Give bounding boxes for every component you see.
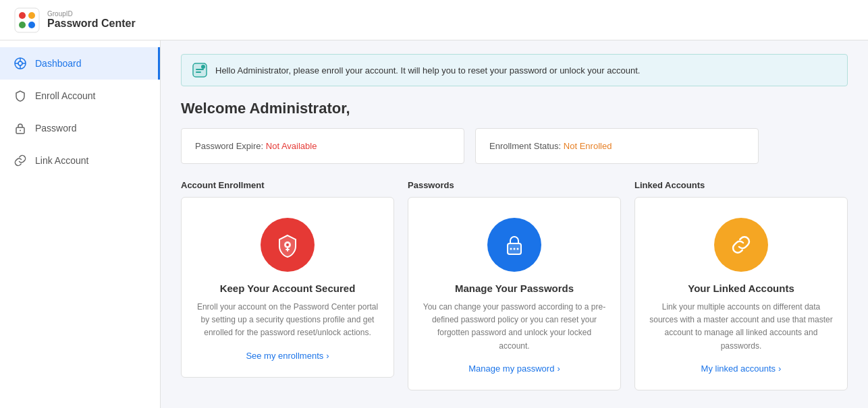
linked-section-header: Linked Accounts — [634, 180, 848, 190]
status-cards: Password Expire: Not Available Enrollmen… — [181, 128, 848, 164]
svg-point-2 — [28, 12, 35, 19]
password-expire-value: Not Available — [266, 141, 317, 151]
enrollment-status-value: Not Enrolled — [564, 141, 612, 151]
enrollment-desc: Enroll your account on the Password Cent… — [195, 301, 380, 340]
svg-point-23 — [510, 248, 512, 250]
logo-text: GroupID Password Center — [47, 10, 136, 30]
svg-rect-16 — [196, 71, 201, 73]
shield-key-icon — [274, 231, 301, 258]
passwords-link[interactable]: Manage my password › — [468, 363, 560, 374]
svg-point-4 — [28, 22, 35, 28]
passwords-section-header: Passwords — [408, 180, 621, 190]
chevron-right-icon-3: › — [778, 363, 781, 374]
logo-brand: GroupID — [47, 10, 136, 18]
passwords-title: Manage Your Passwords — [455, 283, 574, 294]
main-layout: Dashboard Enroll Account Password — [0, 40, 868, 408]
svg-point-24 — [514, 248, 516, 250]
enrollment-title: Keep Your Account Secured — [220, 283, 356, 294]
passwords-feature-card: Manage Your Passwords You can change you… — [408, 197, 621, 390]
sidebar-item-label-link: Link Account — [35, 155, 88, 166]
sidebar-item-label-dashboard: Dashboard — [35, 58, 82, 69]
features-grid: Account Enrollment Keep Your Account Sec… — [181, 180, 848, 390]
logo-name: Password Center — [47, 18, 136, 30]
alert-message: Hello Administrator, please enroll your … — [215, 65, 640, 76]
enrollment-status-label: Enrollment Status: — [489, 141, 561, 151]
alert-icon — [192, 63, 207, 78]
dashboard-icon — [13, 57, 27, 70]
password-expire-label: Password Expire: — [195, 141, 263, 151]
svg-rect-15 — [196, 69, 204, 70]
sidebar-item-password[interactable]: Password — [0, 112, 160, 144]
enrollment-status-card: Enrollment Status: Not Enrolled — [475, 128, 759, 164]
shield-icon — [13, 89, 27, 103]
linked-icon-circle — [714, 218, 768, 272]
passwords-desc: You can change your password according t… — [422, 301, 607, 353]
chevron-right-icon: › — [326, 351, 329, 361]
svg-point-17 — [201, 65, 205, 69]
link-icon — [13, 154, 27, 167]
sidebar-item-label-enroll: Enroll Account — [35, 90, 96, 101]
alert-banner: Hello Administrator, please enroll your … — [181, 54, 848, 86]
svg-point-12 — [20, 130, 21, 132]
linked-link[interactable]: My linked accounts › — [701, 363, 782, 374]
enrollment-link[interactable]: See my enrollments › — [246, 351, 329, 361]
account-enrollment-section: Account Enrollment Keep Your Account Sec… — [181, 180, 394, 390]
main-content: Hello Administrator, please enroll your … — [161, 40, 868, 408]
passwords-icon-circle — [487, 218, 541, 272]
welcome-title: Welcome Administrator, — [181, 100, 848, 117]
linked-title: Your Linked Accounts — [688, 283, 794, 294]
sidebar-item-enroll-account[interactable]: Enroll Account — [0, 80, 160, 112]
password-expire-card: Password Expire: Not Available — [181, 128, 464, 164]
chain-link-icon — [728, 231, 755, 258]
enrollment-icon-circle — [261, 218, 315, 272]
app-header: GroupID Password Center — [0, 0, 868, 40]
chevron-right-icon-2: › — [557, 363, 560, 374]
svg-point-25 — [517, 248, 519, 250]
linked-accounts-section: Linked Accounts Your Linked Accounts Lin… — [634, 180, 848, 390]
svg-point-3 — [19, 22, 26, 28]
enrollment-feature-card: Keep Your Account Secured Enroll your ac… — [181, 197, 394, 378]
svg-point-1 — [19, 12, 26, 19]
passwords-section: Passwords Manage Your Passwords You can … — [408, 180, 621, 390]
linked-feature-card: Your Linked Accounts Link your multiple … — [634, 197, 848, 390]
enrollment-section-header: Account Enrollment — [181, 180, 394, 190]
lock-icon — [13, 121, 27, 135]
sidebar-item-dashboard[interactable]: Dashboard — [0, 47, 160, 80]
svg-point-19 — [286, 243, 289, 246]
logo-icon — [13, 7, 40, 34]
sidebar: Dashboard Enroll Account Password — [0, 40, 161, 408]
logo-area: GroupID Password Center — [13, 7, 136, 34]
sidebar-item-link-account[interactable]: Link Account — [0, 144, 160, 177]
linked-desc: Link your multiple accounts on different… — [649, 301, 834, 353]
sidebar-item-label-password: Password — [35, 123, 76, 134]
svg-point-6 — [18, 61, 22, 65]
lock-dots-icon — [501, 231, 528, 258]
svg-rect-0 — [15, 8, 39, 32]
